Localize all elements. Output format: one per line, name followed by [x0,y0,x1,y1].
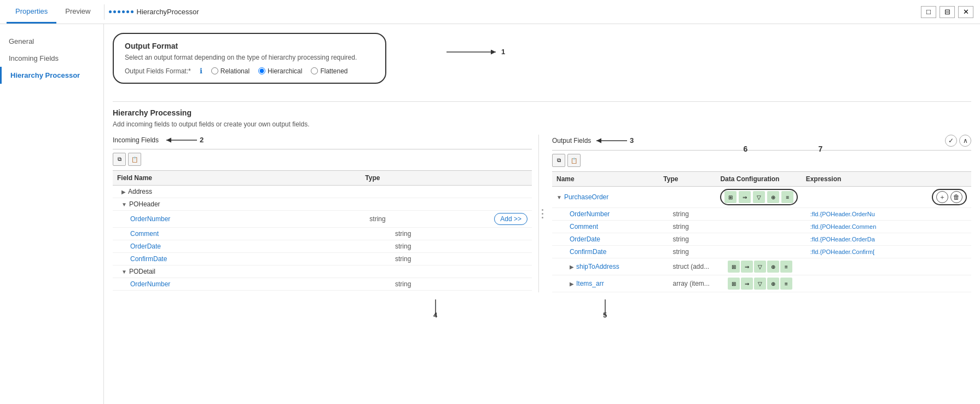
col-expression-header: Expression [806,175,934,183]
ordernumber2-field-name[interactable]: OrderNumber [130,280,395,288]
resize-handle[interactable] [539,135,546,292]
svg-text:3: 3 [630,136,634,145]
dc-btn-3[interactable]: ▽ [753,191,765,203]
row-out-shiptoaddress: ▶ shipToAddress struct (add... ⊞ ⇒ ▽ ⊕ ≡ [552,258,971,275]
comment-field-name[interactable]: Comment [130,230,395,238]
resize-dot-2 [542,213,543,215]
dc-btn-5[interactable]: ≡ [781,191,793,203]
dc-ship-3[interactable]: ▽ [754,261,766,273]
two-panel: Incoming Fields 2 ⧉ [113,135,971,292]
svg-text:1: 1 [501,48,505,56]
expand-podetail-icon[interactable]: ▼ [121,269,127,275]
row-out-items-arr: ▶ Items_arr array (item... ⊞ ⇒ ▽ ⊕ ≡ [552,275,971,292]
expand-purchaseorder-icon[interactable]: ▼ [556,194,562,200]
sidebar-item-general[interactable]: General [0,33,103,50]
dc-ship-4[interactable]: ⊕ [767,261,779,273]
window-restore-button[interactable]: □ [921,6,936,18]
dc-ship-5[interactable]: ≡ [780,261,792,273]
info-icon[interactable]: ℹ [200,67,202,75]
tab-preview[interactable]: Preview [56,0,99,24]
out-orderdate-name[interactable]: OrderDate [570,235,600,243]
radio-relational[interactable]: Relational [211,67,250,75]
right-copy-button[interactable]: ⧉ [552,154,565,167]
window-minimize-button[interactable]: ⊟ [940,6,955,18]
expand-poheader-icon[interactable]: ▼ [121,201,127,207]
dc-ship-2[interactable]: ⇒ [741,261,753,273]
copy-button[interactable]: ⧉ [113,153,126,166]
window-close-button[interactable]: ✕ [958,6,973,18]
resize-dot-3 [542,217,543,218]
radio-flattened-label: Flattened [320,67,347,75]
check-action-button[interactable]: ✓ [945,135,957,147]
expand-items-arr-icon[interactable]: ▶ [570,281,574,287]
out-comment-name[interactable]: Comment [570,223,598,230]
radio-flattened[interactable]: Flattened [311,67,347,75]
left-toolbar: ⧉ 📋 [113,153,532,166]
col-add-header [489,174,527,182]
out-ordernumber-name[interactable]: OrderNumber [570,210,610,218]
paste-button[interactable]: 📋 [128,153,141,166]
orderdate-type: string [395,243,527,250]
expand-shiptoaddress-icon[interactable]: ▶ [570,264,574,270]
dc-btn-1[interactable]: ⊞ [724,191,737,203]
podetail-field-name: PODetail [129,268,155,275]
right-table-header: Name Type Data Configuration Expression [552,172,971,187]
confirmdate-field-name[interactable]: ConfirmDate [130,255,395,263]
radio-group: Output Fields Format:* ℹ Relational Hier… [125,67,374,75]
radio-hierarchical-input[interactable] [258,67,265,74]
radio-hierarchical[interactable]: Hierarchical [258,67,302,75]
dc-items-4[interactable]: ⊕ [767,278,779,290]
expand-address-icon[interactable]: ▶ [121,189,126,195]
items-arr-dc-icons: ⊞ ⇒ ▽ ⊕ ≡ [728,278,810,290]
tab-divider [104,4,105,20]
output-fields-label: Output Fields [552,137,591,145]
sidebar-item-incoming-fields[interactable]: Incoming Fields [0,50,103,67]
out-items-arr-type: array (item... [672,280,728,287]
sidebar-item-hierarchy-processor[interactable]: Hierarchy Processor [0,67,103,84]
out-ordernumber-type: string [672,210,728,218]
out-items-arr-name[interactable]: Items_arr [576,280,604,287]
incoming-fields-label: Incoming Fields [113,136,159,144]
poheader-field-name: POHeader [129,200,160,208]
row-out-ordernumber: OrderNumber string :fld.{POHeader.OrderN… [552,208,971,221]
top-tabs: Properties Preview [7,0,100,24]
row-poheader: ▼ POHeader [113,198,532,211]
dc-items-5[interactable]: ≡ [780,278,792,290]
svg-text:2: 2 [200,136,204,144]
tab-properties[interactable]: Properties [7,0,56,24]
dc-items-3[interactable]: ▽ [754,278,766,290]
window-controls: □ ⊟ ✕ [921,6,973,18]
dc-btn-2[interactable]: ⇒ [739,191,751,203]
dc-items-2[interactable]: ⇒ [741,278,753,290]
svg-text:5: 5 [603,311,607,319]
output-format-box: Output Format Select an output format de… [113,33,386,84]
hierarchy-processing-title: Hierarchy Processing [113,101,971,117]
purchaseorder-field-name[interactable]: PurchaseOrder [564,193,608,201]
radio-flattened-input[interactable] [311,67,318,74]
delete-field-button[interactable]: 🗑 [950,191,962,203]
chevron-up-action-button[interactable]: ∧ [959,135,971,147]
row-confirmdate: ConfirmDate string [113,253,532,266]
row-orderdate: OrderDate string [113,240,532,253]
purchaseorder-actions: ＋ 🗑 [934,189,967,205]
purchaseorder-data-config: ⊞ ⇒ ▽ ⊕ ≡ [720,189,805,205]
out-confirmdate-expr: :fld.{POHeader.Confirm[ [810,248,934,256]
radio-relational-label: Relational [221,67,250,75]
panel-output-fields: Output Fields 3 [546,135,971,292]
dc-items-1[interactable]: ⊞ [728,278,740,290]
out-shiptoaddress-name[interactable]: shipToAddress [576,263,619,270]
radio-relational-input[interactable] [211,67,218,74]
col-name-header: Name [556,175,663,183]
dc-ship-1[interactable]: ⊞ [728,261,740,273]
ordernumber-field-name[interactable]: OrderNumber [130,215,369,223]
hierarchy-processing-desc: Add incoming fields to output fields or … [113,120,971,128]
dc-btn-4[interactable]: ⊕ [767,191,779,203]
resize-dot-1 [542,209,543,211]
add-field-button[interactable]: ＋ [936,191,948,203]
row-out-confirmdate: ConfirmDate string :fld.{POHeader.Confir… [552,246,971,258]
add-ordernumber-button[interactable]: Add >> [494,213,527,225]
radio-hierarchical-label: Hierarchical [268,67,302,75]
right-paste-button[interactable]: 📋 [567,154,581,167]
orderdate-field-name[interactable]: OrderDate [130,243,395,250]
out-confirmdate-name[interactable]: ConfirmDate [570,248,606,256]
